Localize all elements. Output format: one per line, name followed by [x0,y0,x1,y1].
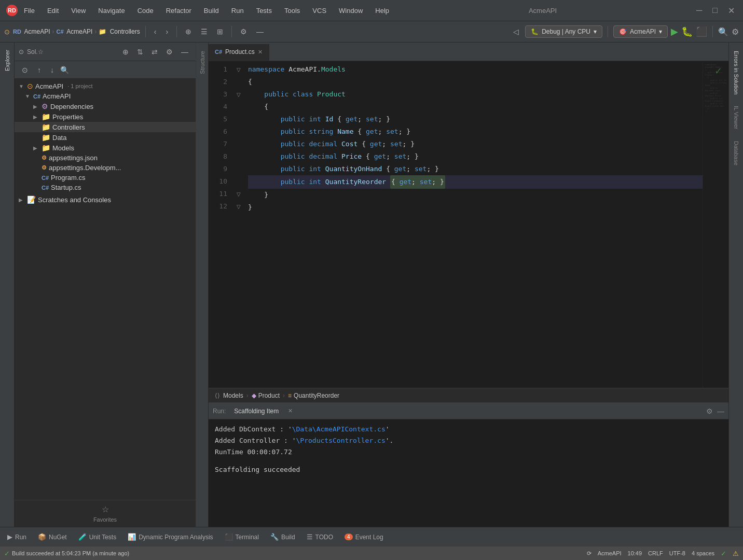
run-toolbar-tab[interactable]: ▶ Run [2,529,32,545]
status-project[interactable]: AcmeAPI [598,550,622,556]
toolbar-separator [145,26,146,37]
menu-vcs[interactable]: VCS [310,6,328,16]
debug-config-dropdown[interactable]: 🐛 Debug | Any CPU ▾ [525,25,602,38]
maximize-button[interactable]: □ [710,6,720,15]
forward-button[interactable]: › [162,25,171,38]
breadcrumb-controllers[interactable]: 📁 Controllers [99,28,140,35]
dbcontext-link[interactable]: \Data\AcmeAPIContext.cs [292,425,386,433]
unit-tests-toolbar-tab[interactable]: 🧪 Unit Tests [73,529,121,545]
run-tab-icon: ▶ [7,533,12,541]
event-log-toolbar-tab[interactable]: 4 Event Log [339,529,389,545]
menu-build[interactable]: Build [202,6,221,16]
favorites-icon[interactable]: ☆ [102,505,109,514]
menu-tests[interactable]: Tests [254,6,274,16]
down-button[interactable]: ↓ [47,64,57,76]
startup-cs-icon: C# [42,185,49,191]
fold-arrow-12[interactable]: ▽ [237,204,241,209]
run-close-button[interactable]: ✕ [288,408,293,414]
status-time: 10:49 [628,550,642,556]
toolbar-separator-2 [176,26,177,37]
line-num-7: 7 [209,138,227,150]
breadcrumb-acmeapi-1[interactable]: RD AcmeAPI [13,28,50,35]
add-item-button[interactable]: ⊕ [182,25,195,38]
todo-toolbar-tab[interactable]: ☰ TODO [301,529,338,545]
menu-refactor[interactable]: Refactor [164,6,194,16]
sol-label[interactable]: Sol.☆ [27,48,44,55]
collapse-button[interactable]: — [253,25,267,38]
database-label[interactable]: Database [732,137,740,170]
locate-button[interactable]: ⊙ [19,64,31,76]
terminal-toolbar-tab[interactable]: ⬛ Terminal [219,529,264,545]
status-line-ending[interactable]: CRLF [648,550,663,556]
scaffolding-tab[interactable]: Scaffolding Item [230,407,283,416]
status-indent[interactable]: 4 spaces [692,550,714,556]
tree-program-cs[interactable]: C# Program.cs [15,173,196,183]
run-button[interactable]: ▶ [671,26,678,37]
menu-edit[interactable]: Edit [45,6,61,16]
add-item-explorer-button[interactable]: ⊕ [119,46,132,58]
status-charset[interactable]: UTF-8 [669,550,685,556]
menu-tools[interactable]: Tools [282,6,302,16]
build-toolbar-tab[interactable]: 🔧 Build [265,529,300,545]
prev-nav-button[interactable]: ◁ [510,25,522,38]
minimize-button[interactable]: ─ [694,6,704,15]
tree-root[interactable]: ▼ ⊙ AcmeAPI · 1 project [15,81,196,91]
bc-sep-2: › [283,392,285,399]
tree-project[interactable]: ▼ C# AcmeAPI [15,91,196,101]
tab-close-button[interactable]: ✕ [258,49,263,55]
up-button[interactable]: ↑ [34,64,44,76]
align-button-2[interactable]: ⊞ [214,25,226,38]
nuget-toolbar-tab[interactable]: 📦 NuGet [33,529,72,545]
il-viewer-label[interactable]: IL Viewer [732,102,740,133]
settings-button[interactable]: ⚙ [237,25,250,38]
collapse-all-button[interactable]: ⇄ [148,46,161,58]
debug-button[interactable]: 🐛 [681,26,693,37]
hide-explorer-button[interactable]: — [178,46,191,58]
menu-window[interactable]: Window [337,6,365,16]
run-minimize-icon[interactable]: — [717,407,724,415]
tree-startup-cs[interactable]: C# Startup.cs [15,183,196,192]
controller-link[interactable]: \ProductsController.cs [296,437,386,444]
tree-dependencies[interactable]: ▶ ⚙ Dependencies [15,101,196,111]
breadcrumb-acmeapi-2[interactable]: C# AcmeAPI [57,28,93,35]
breadcrumb-product[interactable]: ◆ Product [252,392,280,399]
back-button[interactable]: ‹ [151,25,160,38]
menu-help[interactable]: Help [373,6,391,16]
code-content[interactable]: namespace AcmeAPI.Models { public class … [244,61,703,388]
editor-tab-product-cs[interactable]: C# Product.cs ✕ [209,44,269,61]
explorer-tab[interactable]: Explorer [3,47,11,74]
run-target-dropdown[interactable]: 🎯 AcmeAPI ▾ [613,25,668,38]
menu-file[interactable]: File [22,6,37,16]
global-search-button[interactable]: 🔍 [718,27,728,37]
menu-navigate[interactable]: Navigate [96,6,127,16]
breadcrumb-quantity-reorder[interactable]: ≡ QuantityReorder [288,392,339,399]
structure-label[interactable]: Structure [198,47,207,78]
stop-button[interactable]: ⬛ [696,26,707,37]
expand-all-button[interactable]: ⇅ [134,46,146,58]
fold-arrow-11[interactable]: ▽ [237,191,241,197]
editor-tabs: C# Product.cs ✕ [209,43,728,61]
breadcrumb-models[interactable]: Models [223,392,243,399]
tree-appsettings[interactable]: ⚙ appsettings.json [15,153,196,163]
run-settings-icon[interactable]: ⚙ [706,407,713,415]
fold-arrow-1[interactable]: ▽ [237,67,241,73]
build-tab-icon: 🔧 [270,533,279,541]
tree-appsettings-dev[interactable]: ⚙ appsettings.Developm... [15,163,196,173]
status-bar-left: ✓ Build succeeded at 5:04:23 PM (a minut… [4,550,129,557]
menu-run[interactable]: Run [229,6,246,16]
menu-view[interactable]: View [69,6,88,16]
fold-arrow-3[interactable]: ▽ [237,92,241,97]
tree-scratches[interactable]: ▶ 📝 Scratches and Consoles [15,194,196,205]
tree-controllers[interactable]: 📁 Controllers [15,122,196,132]
settings-explorer-button[interactable]: ⚙ [163,46,176,58]
tree-properties[interactable]: ▶ 📁 Properties [15,111,196,122]
dpa-toolbar-tab[interactable]: 📊 Dynamic Program Analysis [122,529,218,545]
menu-code[interactable]: Code [135,6,156,16]
tree-models[interactable]: ▶ 📁 Models [15,143,196,153]
global-settings-button[interactable]: ⚙ [732,27,739,37]
align-left-button[interactable]: ☰ [198,25,211,38]
close-button[interactable]: ✕ [726,6,737,16]
explorer-search-button[interactable]: 🔍 [60,66,69,74]
errors-panel-label[interactable]: Errors in Solution [732,47,740,99]
tree-data[interactable]: 📁 Data [15,132,196,143]
